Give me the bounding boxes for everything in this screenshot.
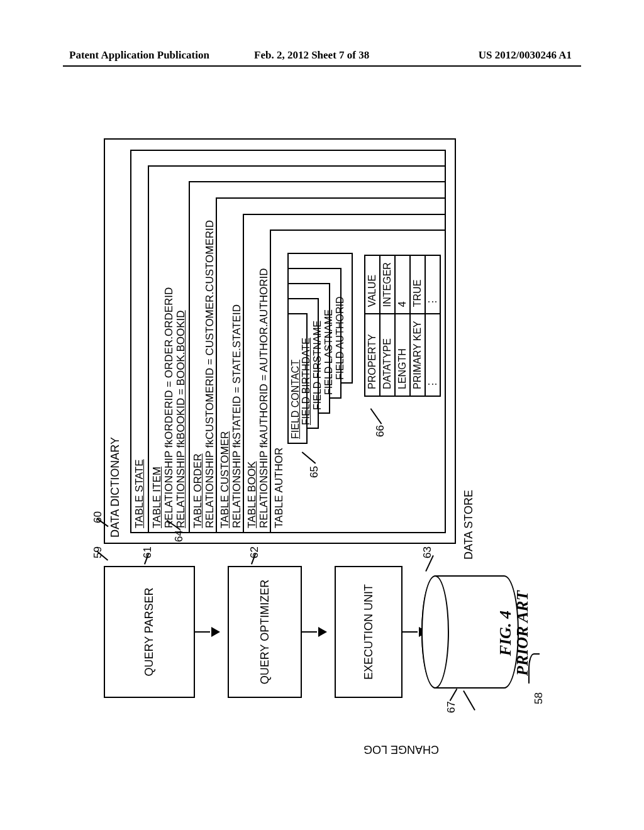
prop-more-label: ⋮: [425, 314, 440, 396]
table-row: LENGTH 4: [395, 255, 410, 396]
table-customer-label: TABLE CUSTOMER: [219, 431, 231, 528]
table-row: PRIMARY KEY TRUE: [410, 255, 425, 396]
change-log-leader: [463, 690, 475, 711]
arrow-2: [303, 566, 332, 698]
prop-length-value: 4: [395, 255, 410, 314]
field-lastname-label: FIELD LASTNAME: [323, 309, 335, 395]
prop-length-label: LENGTH: [395, 314, 410, 396]
data-store-label: DATA STORE: [462, 490, 475, 560]
field-contact-label: FIELD CONTACT: [290, 360, 301, 439]
diagram-stage: QUERY PARSER QUERY OPTIMIZER EXECUTION U…: [94, 126, 547, 704]
figure-caption: FIG. 4 PRIOR ART: [497, 590, 531, 676]
prop-datatype-value: INTEGER: [380, 255, 395, 314]
ref-58: 58: [533, 692, 545, 704]
ref-67: 67: [445, 701, 458, 713]
header-rule: [63, 65, 581, 67]
query-optimizer-box: QUERY OPTIMIZER: [228, 566, 302, 698]
item-rel-1: RELATIONSHIP fkORDERID = ORDER.ORDERID: [163, 287, 175, 528]
table-state-label: TABLE STATE: [133, 459, 145, 528]
field-birthdate-label: FIELD BIRTHDATE: [301, 338, 312, 425]
prop-pk-label: PRIMARY KEY: [410, 314, 425, 396]
diagram: QUERY PARSER QUERY OPTIMIZER EXECUTION U…: [94, 126, 547, 704]
table-item-label: TABLE ITEM: [151, 467, 163, 528]
change-log-label: CHANGE LOG: [364, 743, 439, 756]
data-dictionary-panel: DATA DICTIONARY TABLE STATE TABLE ITEM R…: [104, 138, 456, 544]
figure-number: FIG. 4: [497, 590, 514, 676]
prop-pk-value: TRUE: [410, 255, 425, 314]
header-right: US 2012/0030246 A1: [479, 49, 572, 62]
ref-58-arrow: [528, 653, 540, 683]
ref-64: 64: [173, 530, 186, 542]
order-rel-1: RELATIONSHIP fkCUSTOMERID = CUSTOMER.CUS…: [204, 220, 216, 528]
prop-more-value: ⋮: [425, 255, 440, 314]
execution-unit-label: EXECUTION UNIT: [362, 584, 375, 680]
customer-rel-1: RELATIONSHIP fkSTATEID = STATE.STATEID: [231, 304, 243, 528]
query-parser-box: QUERY PARSER: [104, 566, 195, 698]
ref-65: 65: [308, 466, 321, 478]
table-order-label: TABLE ORDER: [192, 453, 204, 528]
prop-datatype-label: DATATYPE: [380, 314, 395, 396]
field-authorid-label: FIELD AUTHORID: [335, 297, 346, 380]
query-parser-label: QUERY PARSER: [143, 587, 156, 676]
table-author-label: TABLE AUTHOR: [273, 448, 285, 528]
table-book-label: TABLE BOOK: [246, 462, 258, 528]
table-author-box: TABLE AUTHOR FIELD CONTACT FIELD BIRTHDA…: [270, 230, 446, 533]
header-left: Patent Application Publication: [69, 49, 209, 62]
item-rel-2: RELATIONSHIP fkBOOKID = BOOK.BOOKID: [175, 310, 187, 528]
execution-unit-box: EXECUTION UNIT: [335, 566, 402, 698]
prop-header-value: VALUE: [365, 255, 380, 314]
data-dictionary-title: DATA DICTIONARY: [109, 145, 122, 538]
ref-66: 66: [374, 425, 387, 437]
pipeline: QUERY PARSER QUERY OPTIMIZER EXECUTION U…: [104, 566, 435, 698]
lead-67: [450, 689, 458, 701]
field-firstname-label: FIELD FIRSTNAME: [312, 321, 323, 410]
table-row: ⋮ ⋮: [425, 255, 440, 396]
table-row: DATATYPE INTEGER: [380, 255, 395, 396]
header-center: Feb. 2, 2012 Sheet 7 of 38: [254, 49, 369, 62]
property-table: PROPERTY VALUE DATATYPE INTEGER LENGTH 4…: [364, 255, 441, 397]
prop-header-property: PROPERTY: [365, 314, 380, 396]
field-stack: FIELD CONTACT FIELD BIRTHDATE FIELD FIRS…: [287, 249, 357, 444]
book-rel-1: RELATIONSHIP fkAUTHORID = AUTHOR.AUTHORI…: [258, 268, 270, 528]
arrow-1: [196, 566, 225, 698]
table-row: PROPERTY VALUE: [365, 255, 380, 396]
query-optimizer-label: QUERY OPTIMIZER: [258, 580, 272, 684]
